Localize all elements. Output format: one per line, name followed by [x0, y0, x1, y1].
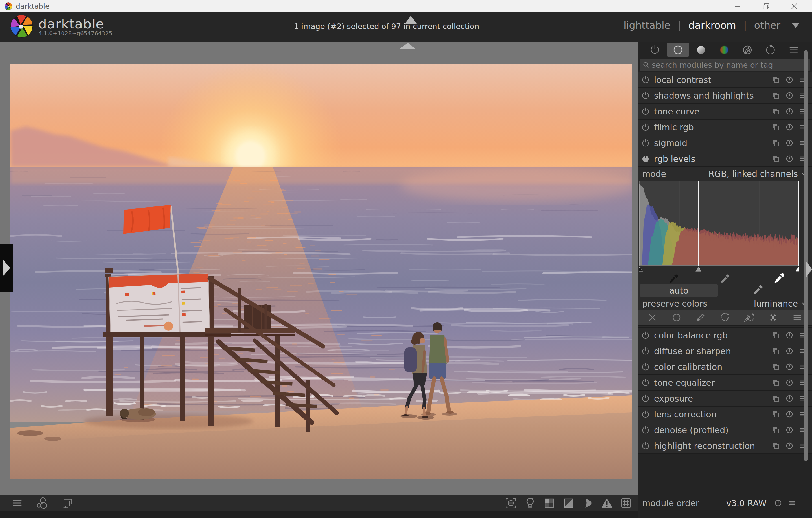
- multi-instance-icon[interactable]: [772, 394, 780, 403]
- reset-icon[interactable]: [774, 498, 783, 508]
- module-row-tone-curve[interactable]: tone curve: [638, 104, 812, 120]
- search-input[interactable]: [640, 59, 810, 71]
- reset-icon[interactable]: [785, 441, 794, 450]
- right-panel-toggle[interactable]: [806, 252, 812, 286]
- reset-icon[interactable]: [785, 75, 794, 84]
- power-icon[interactable]: [641, 426, 650, 434]
- blend-off-icon[interactable]: [646, 311, 659, 324]
- view-other[interactable]: other: [754, 20, 780, 31]
- multi-instance-icon[interactable]: [772, 331, 780, 340]
- module-row-exposure[interactable]: exposure: [638, 391, 812, 407]
- quick-presets-menu-icon[interactable]: [11, 496, 24, 510]
- module-row-tone-equalizer[interactable]: tone equalizer: [638, 375, 812, 391]
- power-icon[interactable]: [641, 394, 650, 403]
- close-button[interactable]: [789, 1, 799, 11]
- blend-drawn-parametric-icon[interactable]: [743, 311, 755, 324]
- reset-icon[interactable]: [785, 394, 794, 403]
- reset-icon[interactable]: [785, 426, 794, 434]
- second-window-icon[interactable]: [60, 496, 74, 510]
- multi-instance-icon[interactable]: [772, 362, 780, 371]
- module-row-lens-correction[interactable]: lens correction: [638, 407, 812, 422]
- power-icon[interactable]: [641, 441, 650, 450]
- softproof-icon[interactable]: [581, 496, 594, 510]
- module-row-denoise-profiled-[interactable]: denoise (profiled): [638, 422, 812, 438]
- reset-icon[interactable]: [785, 107, 794, 116]
- active-modules-group-icon[interactable]: [644, 43, 666, 57]
- module-row-filmic-rgb[interactable]: filmic rgb: [638, 120, 812, 135]
- power-icon-on[interactable]: [641, 154, 650, 163]
- power-icon[interactable]: [641, 139, 650, 148]
- multi-instance-icon[interactable]: [772, 123, 780, 132]
- gray-point-picker-icon[interactable]: [720, 274, 730, 284]
- module-row-shadows-and-highlights[interactable]: shadows and highlights: [638, 88, 812, 104]
- multi-instance-icon[interactable]: [772, 75, 780, 84]
- multi-instance-icon[interactable]: [772, 410, 780, 419]
- power-icon[interactable]: [641, 107, 650, 116]
- power-icon[interactable]: [641, 346, 650, 356]
- module-row-local-contrast[interactable]: local contrast: [638, 72, 812, 88]
- reset-icon[interactable]: [785, 346, 794, 356]
- module-row-color-calibration[interactable]: color calibration: [638, 359, 812, 375]
- multi-instance-icon[interactable]: [772, 346, 780, 356]
- multi-instance-icon[interactable]: [772, 426, 780, 434]
- module-row-rgb-levels[interactable]: rgb levels: [638, 151, 812, 167]
- reset-icon[interactable]: [785, 331, 794, 340]
- power-icon[interactable]: [641, 331, 650, 340]
- multi-instance-icon[interactable]: [772, 91, 780, 100]
- minimize-button[interactable]: [733, 1, 743, 11]
- focus-peaking-icon[interactable]: [504, 496, 517, 510]
- power-icon[interactable]: [641, 410, 650, 419]
- view-lighttable[interactable]: lighttable: [624, 20, 670, 31]
- auto-picker-icon[interactable]: [753, 284, 763, 296]
- module-row-highlight-reconstruction[interactable]: highlight reconstruction: [638, 438, 812, 454]
- raw-overexposed-icon[interactable]: [543, 496, 556, 510]
- multi-instance-icon[interactable]: [772, 378, 780, 387]
- filmstrip-toggle[interactable]: [399, 43, 416, 49]
- presets-menu-icon[interactable]: [783, 43, 805, 57]
- power-icon[interactable]: [641, 75, 650, 84]
- blend-parametric-mask-icon[interactable]: [719, 311, 731, 324]
- left-panel-toggle[interactable]: [0, 244, 13, 292]
- module-row-diffuse-or-sharpen[interactable]: diffuse or sharpen: [638, 343, 812, 359]
- blend-raster-mask-icon[interactable]: [767, 311, 779, 324]
- gamut-check-icon[interactable]: [600, 496, 613, 510]
- blend-uniform-icon[interactable]: [670, 311, 683, 324]
- white-point-picker-icon[interactable]: [774, 272, 785, 284]
- reset-icon[interactable]: [785, 362, 794, 371]
- power-icon[interactable]: [641, 91, 650, 100]
- reset-icon[interactable]: [785, 154, 794, 163]
- module-row-sigmoid[interactable]: sigmoid: [638, 135, 812, 151]
- base-group-icon[interactable]: [667, 43, 689, 57]
- power-icon[interactable]: [641, 362, 650, 371]
- reset-icon[interactable]: [785, 410, 794, 419]
- levels-histogram[interactable]: [639, 181, 799, 273]
- iso12646-assessment-icon[interactable]: [524, 496, 536, 510]
- reset-icon[interactable]: [785, 91, 794, 100]
- color-group-icon[interactable]: [713, 43, 735, 57]
- presets-icon[interactable]: [788, 498, 797, 508]
- multi-instance-icon[interactable]: [772, 441, 780, 450]
- power-icon[interactable]: [641, 123, 650, 132]
- black-point-picker-icon[interactable]: [669, 274, 679, 284]
- effects-group-icon[interactable]: [736, 43, 758, 57]
- auto-button[interactable]: auto: [640, 284, 718, 297]
- multi-instance-icon[interactable]: [772, 107, 780, 116]
- restore-button[interactable]: [761, 1, 771, 11]
- mode-combobox[interactable]: RGB, linked channels: [708, 169, 807, 179]
- styles-icon[interactable]: [35, 496, 49, 510]
- reset-icon[interactable]: [785, 139, 794, 148]
- multi-instance-icon[interactable]: [772, 139, 780, 148]
- view-darkroom[interactable]: darkroom: [689, 20, 736, 31]
- reset-icon[interactable]: [785, 123, 794, 132]
- multi-instance-icon[interactable]: [772, 154, 780, 163]
- module-row-color-balance-rgb[interactable]: color balance rgb: [638, 328, 812, 343]
- technical-group-icon[interactable]: [759, 43, 782, 57]
- tone-group-icon[interactable]: [690, 43, 712, 57]
- guide-overlays-icon[interactable]: [619, 496, 633, 510]
- reset-icon[interactable]: [785, 378, 794, 387]
- views-dropdown-icon[interactable]: [792, 23, 800, 28]
- power-icon[interactable]: [641, 378, 650, 387]
- blend-drawn-mask-icon[interactable]: [694, 311, 707, 324]
- clipping-indicator-icon[interactable]: [562, 496, 575, 510]
- preserve-colors-combobox[interactable]: luminance: [754, 299, 807, 308]
